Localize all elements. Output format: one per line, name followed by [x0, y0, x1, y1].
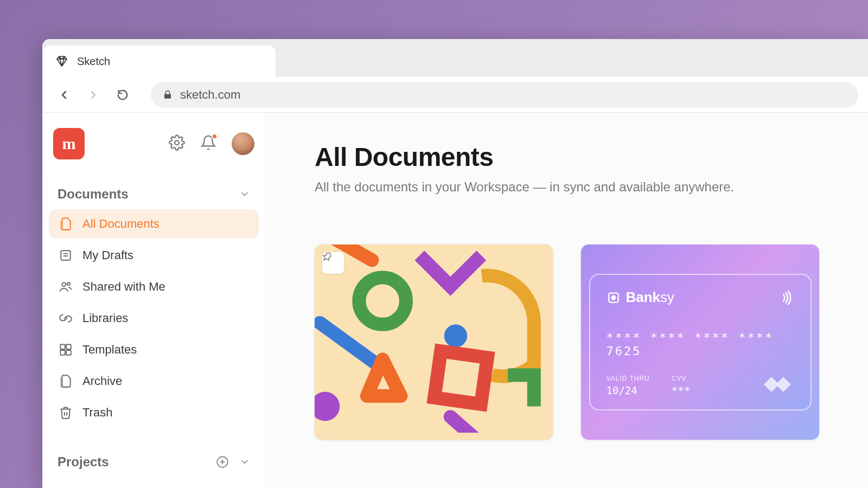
chevron-left-icon: [58, 88, 71, 101]
nav-label: Libraries: [82, 311, 128, 325]
chevron-down-icon: [239, 457, 250, 467]
sidebar-item-shared[interactable]: Shared with Me: [49, 272, 259, 301]
svg-rect-9: [66, 350, 71, 355]
drafts-icon: [59, 248, 73, 262]
svg-point-13: [359, 278, 406, 325]
nav-forward-button[interactable]: [81, 83, 105, 107]
contactless-icon: [778, 290, 794, 306]
browser-toolbar: sketch.com: [42, 77, 868, 113]
nav-label: Archive: [82, 374, 122, 388]
nav-label: Trash: [82, 406, 112, 420]
svg-rect-7: [66, 344, 71, 349]
address-bar[interactable]: sketch.com: [151, 82, 858, 108]
app-body: m Documents: [42, 113, 868, 488]
nav-reload-button[interactable]: [111, 83, 135, 107]
reload-icon: [117, 89, 129, 101]
libraries-icon: [59, 311, 73, 325]
sidebar: m Documents: [42, 113, 266, 488]
svg-rect-1: [61, 251, 70, 260]
sidebar-header: m: [49, 126, 259, 175]
chevron-down-icon: [239, 189, 250, 200]
workspace-logo[interactable]: m: [53, 128, 85, 159]
shared-icon: [59, 280, 73, 294]
browser-tab-sketch[interactable]: Sketch: [42, 46, 276, 77]
sidebar-item-templates[interactable]: Templates: [49, 335, 259, 364]
url-text: sketch.com: [180, 88, 240, 102]
svg-point-5: [67, 282, 70, 285]
sketch-diamond-icon: [55, 55, 68, 68]
section-title: Documents: [58, 187, 129, 202]
sidebar-item-trash[interactable]: Trash: [49, 398, 259, 427]
brand-logo-icon: [607, 291, 621, 305]
document-grid: Banksy **** **** **** **** 7625 VALID TH…: [315, 245, 819, 440]
plus-circle-icon[interactable]: [215, 455, 229, 469]
nav-label: All Documents: [82, 217, 159, 231]
credit-card: Banksy **** **** **** **** 7625 VALID TH…: [589, 274, 812, 410]
document-card-shapes[interactable]: [315, 245, 553, 440]
templates-icon: [59, 343, 73, 357]
svg-rect-17: [435, 351, 488, 404]
user-avatar[interactable]: [232, 132, 254, 155]
tab-strip: Sketch: [42, 39, 868, 77]
lock-icon: [163, 90, 173, 100]
sidebar-item-my-drafts[interactable]: My Drafts: [49, 241, 259, 270]
chevron-right-icon: [87, 88, 100, 101]
svg-rect-8: [60, 350, 65, 355]
card-cvv: CVV ***: [672, 375, 690, 396]
sidebar-item-all-documents[interactable]: All Documents: [49, 209, 259, 239]
tab-title: Sketch: [77, 55, 110, 68]
sidebar-item-archive[interactable]: Archive: [49, 367, 259, 396]
svg-line-15: [320, 323, 378, 364]
section-projects-header[interactable]: Projects: [49, 442, 259, 477]
card-network-icon: [762, 375, 794, 396]
card-number: **** **** **** **** 7625: [607, 331, 794, 358]
svg-point-18: [315, 391, 340, 421]
settings-button[interactable]: [169, 134, 185, 153]
documents-icon: [59, 217, 73, 231]
page-subtitle: All the documents in your Workspace — in…: [315, 179, 819, 195]
sidebar-item-libraries[interactable]: Libraries: [49, 304, 259, 333]
section-documents-header[interactable]: Documents: [49, 175, 259, 209]
svg-line-20: [336, 245, 372, 260]
main-content: All Documents All the documents in your …: [266, 113, 868, 488]
documents-nav-list: All Documents My Drafts Shared with Me: [49, 209, 259, 427]
card-brand: Banksy: [607, 289, 675, 306]
notifications-button[interactable]: [200, 134, 216, 153]
svg-point-22: [611, 296, 615, 299]
browser-window: Sketch sketch.com m: [42, 39, 868, 488]
nav-label: Templates: [82, 343, 137, 357]
svg-point-14: [444, 324, 467, 347]
nav-label: My Drafts: [82, 248, 133, 262]
trash-icon: [59, 406, 73, 420]
section-title: Projects: [58, 454, 109, 470]
svg-marker-24: [776, 377, 791, 392]
nav-back-button[interactable]: [52, 83, 76, 107]
shapes-artwork: [315, 245, 553, 433]
notification-dot: [212, 133, 218, 139]
svg-point-0: [175, 140, 179, 145]
nav-label: Shared with Me: [82, 280, 165, 294]
card-valid-thru: VALID THRU 10/24: [607, 375, 650, 396]
document-card-banksy[interactable]: Banksy **** **** **** **** 7625 VALID TH…: [581, 245, 819, 440]
archive-icon: [59, 374, 73, 388]
svg-line-19: [450, 417, 492, 433]
gear-icon: [169, 134, 185, 151]
svg-rect-6: [60, 344, 65, 349]
page-title: All Documents: [315, 142, 819, 172]
svg-point-4: [62, 282, 66, 286]
